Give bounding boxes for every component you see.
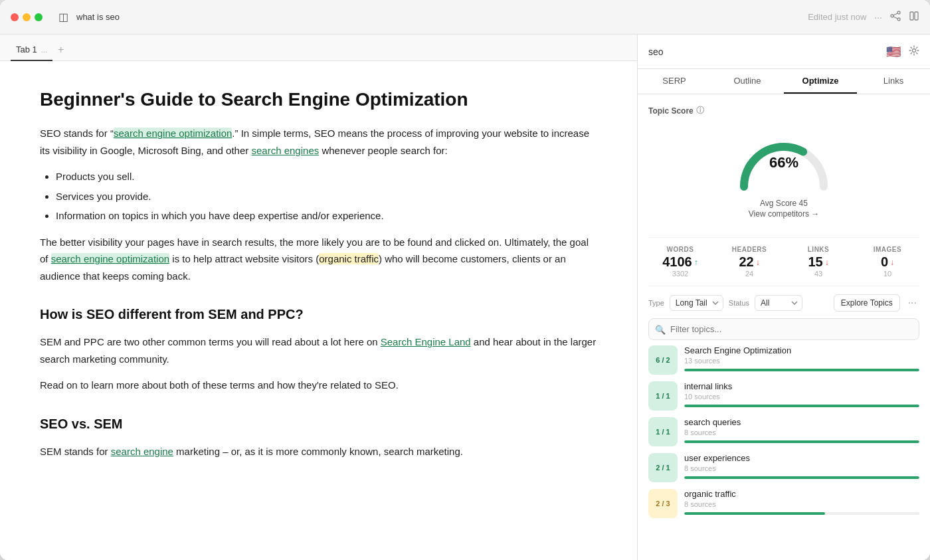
topic-bar-track bbox=[684, 512, 919, 515]
filters-row: Type Long Tail Short Tail Status All Use… bbox=[648, 294, 919, 312]
right-panel-header: 🇺🇸 bbox=[638, 35, 930, 69]
svg-line-4 bbox=[893, 17, 897, 19]
gauge-percent-text: 66% bbox=[769, 154, 798, 171]
heading-sem-ppc: How is SEO different from SEM and PPC? bbox=[40, 303, 597, 326]
topic-item: 1 / 1 internal links 10 sources bbox=[648, 381, 919, 411]
settings-icon[interactable] bbox=[909, 45, 919, 58]
main-layout: Tab 1 ... + Beginner's Guide to Search E… bbox=[0, 35, 930, 560]
svg-point-1 bbox=[891, 15, 893, 17]
link-seo-1[interactable]: search engine optimization bbox=[114, 128, 232, 139]
topic-item: 6 / 2 Search Engine Optimization 13 sour… bbox=[648, 345, 919, 375]
paragraph-5: SEM stands for search engine marketing –… bbox=[40, 443, 597, 460]
stat-images-compare: 10 bbox=[856, 270, 919, 278]
topic-badge: 1 / 1 bbox=[648, 417, 678, 446]
editor-content: Beginner's Guide to Search Engine Optimi… bbox=[0, 61, 637, 560]
stat-words-value: 4106 ↑ bbox=[648, 254, 712, 270]
topic-info: search queries 8 sources bbox=[684, 417, 919, 443]
bullet-list: Products you sell. Services you provide.… bbox=[56, 168, 597, 225]
highlight-organic-traffic: organic traffic bbox=[319, 253, 379, 264]
filter-topics-input[interactable] bbox=[648, 318, 919, 340]
more-options-icon[interactable]: ··· bbox=[874, 12, 882, 23]
link-search-engine-land[interactable]: Search Engine Land bbox=[381, 336, 471, 347]
stat-links: LINKS 15 ↓ 43 bbox=[787, 246, 850, 278]
topic-bar-fill bbox=[684, 476, 919, 479]
topic-name: organic traffic bbox=[684, 489, 919, 499]
sidebar-toggle-icon[interactable]: ◫ bbox=[58, 11, 68, 23]
images-arrow: ↓ bbox=[890, 258, 894, 267]
seo-search-input[interactable] bbox=[648, 47, 878, 57]
type-label: Type bbox=[648, 299, 664, 307]
stat-words-compare: 3302 bbox=[648, 270, 712, 278]
view-competitors-link[interactable]: View competitors → bbox=[648, 209, 919, 219]
stat-links-label: LINKS bbox=[787, 246, 850, 253]
topic-bar-track bbox=[684, 369, 919, 371]
topic-bar-fill bbox=[684, 440, 919, 443]
topic-sources: 10 sources bbox=[684, 393, 919, 401]
tab-optimize[interactable]: Optimize bbox=[784, 69, 857, 94]
stat-links-value: 15 ↓ bbox=[787, 254, 850, 270]
tab-1[interactable]: Tab 1 ... bbox=[11, 39, 52, 61]
titlebar: ◫ what is seo Edited just now ··· bbox=[0, 0, 930, 35]
explore-topics-button[interactable]: Explore Topics bbox=[834, 294, 900, 312]
topic-name: internal links bbox=[684, 381, 919, 391]
stat-headers-compare: 24 bbox=[717, 270, 781, 278]
tab-add-button[interactable]: + bbox=[52, 39, 69, 61]
topic-badge: 6 / 2 bbox=[648, 345, 678, 375]
more-options-button[interactable]: ··· bbox=[905, 296, 919, 310]
right-panel-content: Topic Score ⓘ 66% Avg Score 45 bbox=[638, 94, 930, 560]
link-seo-2[interactable]: search engine optimization bbox=[51, 253, 169, 264]
tab-outline[interactable]: Outline bbox=[711, 69, 784, 94]
topic-item: 2 / 3 organic traffic 8 sources bbox=[648, 489, 919, 518]
topic-info: user experiences 8 sources bbox=[684, 453, 919, 479]
topic-badge: 2 / 1 bbox=[648, 453, 678, 482]
fullscreen-button[interactable] bbox=[35, 13, 43, 21]
layout-icon[interactable] bbox=[909, 11, 919, 23]
tabs-bar: Tab 1 ... + bbox=[0, 35, 637, 61]
paragraph-2: The better visibility your pages have in… bbox=[40, 234, 597, 285]
topic-item: 1 / 1 search queries 8 sources bbox=[648, 417, 919, 446]
topic-list: 6 / 2 Search Engine Optimization 13 sour… bbox=[648, 345, 919, 518]
topic-info: Search Engine Optimization 13 sources bbox=[684, 345, 919, 371]
topic-bar-track bbox=[684, 476, 919, 479]
svg-rect-5 bbox=[910, 12, 913, 20]
paragraph-1: SEO stands for “search engine optimizati… bbox=[40, 125, 597, 159]
svg-point-0 bbox=[897, 11, 900, 14]
topic-name: Search Engine Optimization bbox=[684, 345, 919, 355]
link-search-engines[interactable]: search engines bbox=[251, 145, 319, 156]
close-button[interactable] bbox=[11, 13, 19, 21]
tab-1-label: Tab 1 bbox=[16, 45, 37, 54]
topic-bar-track bbox=[684, 440, 919, 443]
topic-sources: 8 sources bbox=[684, 500, 919, 508]
right-tabs: SERP Outline Optimize Links bbox=[638, 69, 930, 94]
topic-badge: 2 / 3 bbox=[648, 489, 678, 518]
stat-headers-value: 22 ↓ bbox=[717, 254, 781, 270]
traffic-lights bbox=[11, 13, 43, 21]
words-arrow: ↑ bbox=[694, 258, 698, 267]
status-label: Status bbox=[729, 299, 749, 307]
stat-words-label: WORDS bbox=[648, 246, 712, 253]
links-arrow: ↓ bbox=[825, 258, 829, 267]
document-title: what is seo bbox=[76, 12, 800, 22]
flag-icon: 🇺🇸 bbox=[886, 45, 901, 59]
right-panel: 🇺🇸 SERP Outline Optimize Links Topic Sco… bbox=[638, 35, 930, 560]
minimize-button[interactable] bbox=[23, 13, 31, 21]
link-search-engine-2[interactable]: search engine bbox=[111, 446, 173, 457]
topic-bar-fill bbox=[684, 369, 919, 371]
topic-sources: 13 sources bbox=[684, 357, 919, 365]
topic-score-section: 66% Avg Score 45 View competitors → bbox=[648, 122, 919, 229]
svg-point-7 bbox=[913, 49, 916, 52]
avg-score: Avg Score 45 bbox=[648, 199, 919, 208]
type-select[interactable]: Long Tail Short Tail bbox=[670, 295, 723, 311]
status-select[interactable]: All Used Unused bbox=[755, 295, 802, 311]
tab-serp[interactable]: SERP bbox=[638, 69, 711, 94]
tab-links[interactable]: Links bbox=[857, 69, 930, 94]
bullet-2: Services you provide. bbox=[56, 188, 597, 205]
topic-name: search queries bbox=[684, 417, 919, 427]
paragraph-3: SEM and PPC are two other common terms y… bbox=[40, 333, 597, 367]
tab-1-dots[interactable]: ... bbox=[41, 46, 47, 54]
stat-headers: HEADERS 22 ↓ 24 bbox=[717, 246, 781, 278]
stats-row: WORDS 4106 ↑ 3302 HEADERS 22 ↓ 24 bbox=[648, 237, 919, 286]
info-icon[interactable]: ⓘ bbox=[696, 105, 704, 116]
share-icon[interactable] bbox=[890, 11, 901, 23]
headers-arrow: ↓ bbox=[756, 258, 760, 267]
